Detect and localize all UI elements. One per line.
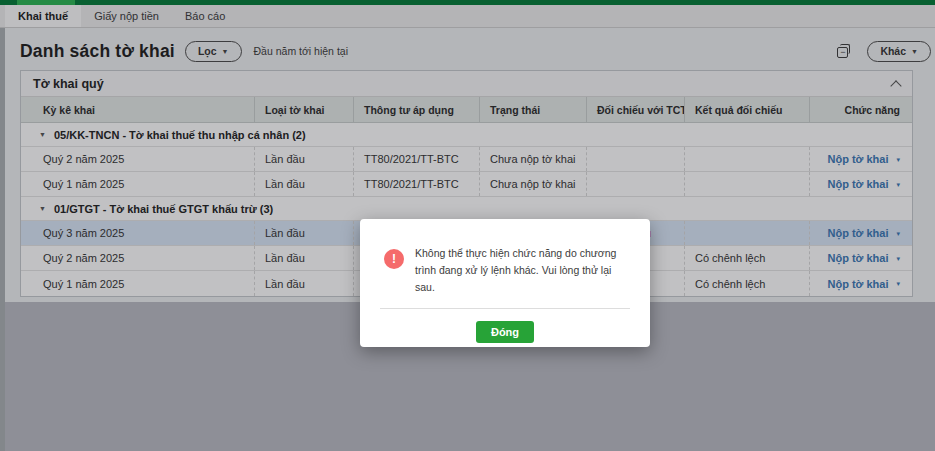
close-dialog-button[interactable]: Đóng — [476, 321, 534, 343]
dialog-divider — [380, 308, 630, 309]
dialog-footer: Đóng — [360, 321, 650, 343]
error-message: Không thể thực hiện chức năng do chương … — [415, 245, 630, 295]
error-dialog-body: ! Không thể thực hiện chức năng do chươn… — [360, 219, 650, 295]
error-icon: ! — [384, 249, 404, 269]
error-dialog: ! Không thể thực hiện chức năng do chươn… — [360, 219, 650, 347]
